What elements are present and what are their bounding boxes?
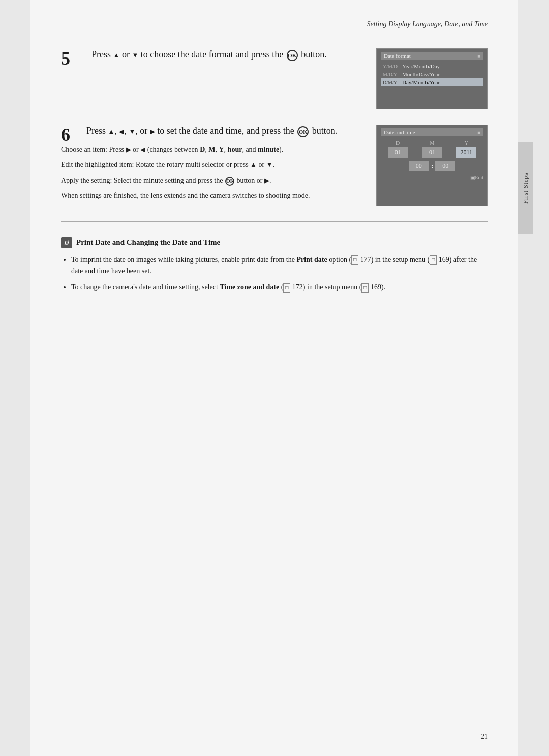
note-item-1: To imprint the date on images while taki… xyxy=(71,254,488,277)
arrow-up-icon: ▲ xyxy=(113,51,120,59)
step5-screen: Date format ■ Y/M/D Year/Month/Day M/D/Y… xyxy=(376,48,488,109)
step6-ok-small: OK xyxy=(225,177,234,186)
dt-columns: D 01 M 01 Y 2011 xyxy=(381,140,483,158)
step5-number: 5 xyxy=(61,49,81,68)
step5-title: Press ▲ or ▼ to choose the date format a… xyxy=(92,48,366,61)
step6-left: 6 Press ▲, ◀, ▼, or ▶ to set the date an… xyxy=(61,125,366,206)
step5-content: Press ▲ or ▼ to choose the date format a… xyxy=(92,48,366,67)
step5-row-dmy: D/M/Y Day/Month/Year xyxy=(381,78,483,86)
dt-time-row: 00 : 00 xyxy=(381,161,483,171)
header-title: Setting Display Language, Date, and Time xyxy=(367,20,488,28)
page-header: Setting Display Language, Date, and Time xyxy=(61,20,488,33)
note-header: Ø Print Date and Changing the Date and T… xyxy=(61,237,488,248)
section-divider xyxy=(61,221,488,222)
note-section: Ø Print Date and Changing the Date and T… xyxy=(61,237,488,294)
step6-ok-icon: OK xyxy=(297,126,309,137)
dt-col-d: D 01 xyxy=(385,140,411,158)
step6-arrow-up: ▲ xyxy=(108,128,115,135)
step6-title: Press ▲, ◀, ▼, or ▶ to set the date and … xyxy=(86,125,338,137)
dt-time-sep: : xyxy=(431,162,434,170)
dt-col-m: M 01 xyxy=(419,140,445,158)
step6-header: 6 Press ▲, ◀, ▼, or ▶ to set the date an… xyxy=(61,125,366,144)
dt-col-y: Y 2011 xyxy=(453,140,479,158)
note-title: Print Date and Changing the Date and Tim… xyxy=(76,238,220,247)
step5-row-mdy: M/D/Y Month/Day/Year xyxy=(381,70,483,78)
step5-section: 5 Press ▲ or ▼ to choose the date format… xyxy=(61,48,488,109)
page-number: 21 xyxy=(481,733,488,741)
step6-arrow-down: ▼ xyxy=(129,128,135,135)
arrow-down-icon: ▼ xyxy=(132,51,138,59)
dt-footer: ▣Edit xyxy=(381,175,483,180)
step6-number: 6 xyxy=(61,126,81,144)
step6-arrow-right: ▶ xyxy=(150,128,155,135)
side-tab: First Steps xyxy=(518,142,533,234)
dt-hour: 00 xyxy=(409,161,429,171)
step6-screen-icon: ■ xyxy=(477,130,480,135)
step6-screen-title: Date and time xyxy=(384,129,415,135)
step6-arrow-left: ◀ xyxy=(119,128,124,135)
step5-screen-icon: ■ xyxy=(477,53,480,59)
note-list: To imprint the date on images while taki… xyxy=(61,254,488,294)
step6-instruction4: When settings are finished, the lens ext… xyxy=(61,190,366,201)
step6-instructions: Choose an item: Press ▶ or ◀ (changes be… xyxy=(61,144,366,202)
step6-instruction1: Choose an item: Press ▶ or ◀ (changes be… xyxy=(61,144,366,155)
page-container: First Steps Setting Display Language, Da… xyxy=(30,0,518,756)
side-tab-label: First Steps xyxy=(522,172,530,204)
step6-screen: Date and time ■ D 01 M 01 Y 2011 00 xyxy=(376,125,488,206)
step6-instruction2: Edit the highlighted item: Rotate the ro… xyxy=(61,159,366,170)
dt-minute: 00 xyxy=(435,161,455,171)
ok-button-icon: OK xyxy=(287,50,298,61)
note-icon: Ø xyxy=(61,237,72,248)
step5-screen-titlebar: Date format ■ xyxy=(381,52,483,60)
step6-section: 6 Press ▲, ◀, ▼, or ▶ to set the date an… xyxy=(61,125,488,206)
step6-screen-titlebar: Date and time ■ xyxy=(381,128,483,136)
step5-screen-title: Date format xyxy=(384,53,411,59)
note-item-2: To change the camera's date and time set… xyxy=(71,282,488,293)
step5-row-ymd: Y/M/D Year/Month/Day xyxy=(381,62,483,70)
step6-instruction3: Apply the setting: Select the minute set… xyxy=(61,175,366,186)
